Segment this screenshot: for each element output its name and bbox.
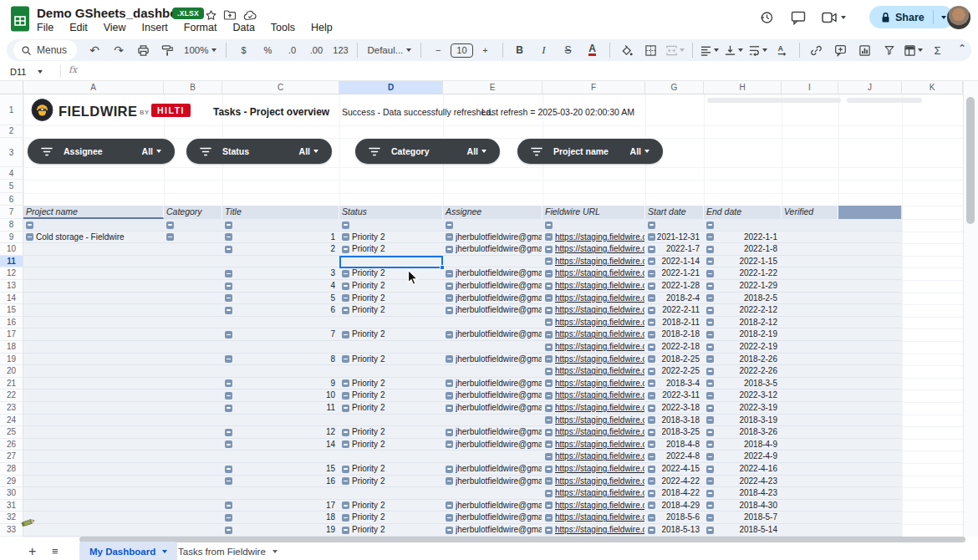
add-sheet-button[interactable]: + — [28, 543, 36, 560]
end-date-chip-icon[interactable] — [706, 416, 714, 424]
end-date-chip-icon[interactable] — [706, 368, 714, 375]
end-date-chip-icon[interactable] — [706, 501, 714, 509]
status-chip-icon[interactable] — [342, 514, 349, 522]
assignee-chip-icon[interactable] — [446, 270, 453, 277]
title-chip-icon[interactable] — [225, 466, 232, 473]
all-sheets-menu-button[interactable]: ≡ — [52, 543, 58, 559]
fieldwire-url-link[interactable]: https://staging.fieldwire.c — [555, 243, 644, 255]
title-cell[interactable]: 1 — [234, 232, 335, 243]
table-row-19[interactable]: 8Priority 2jherbulotfieldwire@gmail.http… — [23, 354, 902, 366]
row-header-2[interactable]: 2 — [0, 125, 23, 138]
end-date-chip-icon[interactable] — [706, 270, 714, 277]
filter-chip-icon[interactable] — [648, 221, 655, 229]
row-header-17[interactable]: 17 — [0, 328, 23, 341]
decrease-font-size-button[interactable]: − — [426, 41, 450, 59]
title-cell[interactable]: 2 — [234, 243, 335, 255]
start-date-cell[interactable]: 2018-4-29 — [656, 500, 700, 512]
title-chip-icon[interactable] — [225, 331, 232, 339]
row-header-6[interactable]: 6 — [0, 193, 23, 206]
assignee-chip-icon[interactable] — [446, 379, 453, 387]
url-chip-icon[interactable] — [545, 440, 553, 448]
assignee-cell[interactable]: jherbulotfieldwire@gmail. — [456, 280, 542, 292]
fieldwire-url-link[interactable]: https://staging.fieldwire.c — [555, 463, 644, 475]
table-row-22[interactable]: 10Priority 2jherbulotfieldwire@gmail.htt… — [23, 389, 902, 402]
assignee-cell[interactable]: jherbulotfieldwire@gmail. — [456, 402, 542, 414]
selected-cell-outline[interactable] — [339, 256, 443, 269]
end-date-chip-icon[interactable] — [706, 283, 714, 290]
menus-search-pill[interactable]: Menus — [13, 40, 77, 60]
row-header-31[interactable]: 31 — [0, 500, 23, 512]
menu-format[interactable]: Format — [184, 22, 217, 33]
start-date-cell[interactable]: 2018-5-13 — [656, 524, 700, 536]
end-date-cell[interactable]: 2022-1-22 — [715, 267, 777, 279]
vertical-scrollbar-thumb[interactable] — [966, 97, 975, 224]
column-header-H[interactable]: H — [704, 81, 782, 94]
column-header-E[interactable]: E — [443, 81, 542, 94]
url-chip-icon[interactable] — [545, 355, 553, 363]
sum-functions-button[interactable]: Σ — [926, 41, 950, 59]
assignee-chip-icon[interactable] — [446, 440, 453, 448]
status-chip-icon[interactable] — [342, 246, 349, 253]
title-cell[interactable]: 15 — [234, 463, 335, 475]
start-date-cell[interactable]: 2018-5-6 — [656, 512, 700, 523]
start-date-cell[interactable]: 2018-3-4 — [656, 378, 700, 389]
font-family-control[interactable]: Defaul... — [363, 41, 415, 59]
end-date-cell[interactable]: 2018-5-7 — [715, 512, 777, 523]
title-chip-icon[interactable] — [225, 283, 232, 290]
row-header-4[interactable]: 4 — [0, 167, 23, 181]
fieldwire-url-link[interactable]: https://staging.fieldwire.c — [555, 512, 644, 523]
url-chip-icon[interactable] — [545, 283, 553, 290]
end-date-cell[interactable]: 2022-4-16 — [715, 463, 777, 475]
url-chip-icon[interactable] — [545, 501, 553, 509]
status-cell[interactable]: Priority 2 — [352, 354, 441, 365]
table-header-start-date[interactable]: Start date — [645, 206, 704, 219]
row-header-7[interactable]: 7 — [0, 206, 23, 219]
fieldwire-url-link[interactable]: https://staging.fieldwire.c — [555, 389, 644, 401]
end-date-cell[interactable]: 2018-3-5 — [715, 378, 777, 389]
start-date-cell[interactable]: 2022-4-8 — [656, 451, 700, 462]
end-date-cell[interactable]: 2022-4-9 — [715, 451, 777, 462]
title-cell[interactable]: 6 — [234, 304, 335, 316]
start-date-chip-icon[interactable] — [648, 307, 655, 314]
url-chip-icon[interactable] — [545, 318, 553, 326]
title-cell[interactable]: 7 — [234, 328, 335, 340]
end-date-chip-icon[interactable] — [706, 490, 714, 497]
start-date-cell[interactable]: 2022-3-11 — [656, 389, 700, 401]
title-chip-icon[interactable] — [225, 501, 232, 509]
assignee-chip-icon[interactable] — [446, 477, 453, 485]
table-header-end-date[interactable]: End date — [704, 206, 782, 219]
end-date-cell[interactable]: 2022-3-12 — [715, 389, 777, 401]
table-tools-button[interactable] — [902, 41, 925, 59]
assignee-chip-icon[interactable] — [446, 429, 453, 436]
fieldwire-url-link[interactable]: https://staging.fieldwire.c — [555, 304, 644, 316]
end-date-chip-icon[interactable] — [706, 331, 714, 339]
filter-category[interactable]: Category All — [355, 139, 500, 164]
url-chip-icon[interactable] — [545, 514, 553, 522]
filter-chip-icon[interactable] — [446, 221, 453, 229]
assignee-cell[interactable]: jherbulotfieldwire@gmail. — [456, 328, 542, 340]
text-color-button[interactable]: A — [588, 44, 596, 56]
assignee-cell[interactable]: jherbulotfieldwire@gmail. — [456, 500, 542, 512]
end-date-cell[interactable]: 2018-2-12 — [715, 317, 777, 328]
url-chip-icon[interactable] — [545, 379, 553, 387]
row-header-11[interactable]: 11 — [0, 256, 23, 268]
start-date-cell[interactable]: 2022-3-18 — [656, 402, 700, 414]
assignee-cell[interactable]: jherbulotfieldwire@gmail. — [456, 426, 542, 438]
row-header-5[interactable]: 5 — [0, 180, 23, 193]
fieldwire-url-link[interactable]: https://staging.fieldwire.c — [555, 293, 644, 304]
status-chip-icon[interactable] — [342, 501, 349, 509]
row-header-13[interactable]: 13 — [0, 280, 23, 293]
table-row-33[interactable]: 19Priority 2jherbulotfieldwire@gmail.htt… — [23, 524, 902, 537]
assignee-chip-icon[interactable] — [446, 294, 453, 302]
merge-cells-button[interactable] — [664, 41, 687, 59]
start-date-chip-icon[interactable] — [648, 466, 655, 473]
assignee-cell[interactable]: jherbulotfieldwire@gmail. — [456, 232, 542, 243]
row-header-9[interactable]: 9 — [0, 232, 23, 244]
status-chip-icon[interactable] — [342, 307, 349, 314]
title-cell[interactable]: 14 — [234, 439, 335, 451]
table-row-24[interactable]: https://staging.fieldwire.c2018-3-182018… — [23, 415, 902, 427]
url-chip-icon[interactable] — [545, 490, 553, 497]
table-row-28[interactable]: 15Priority 2jherbulotfieldwire@gmail.htt… — [23, 463, 902, 476]
end-date-chip-icon[interactable] — [706, 429, 714, 436]
create-filter-button[interactable] — [878, 41, 901, 59]
